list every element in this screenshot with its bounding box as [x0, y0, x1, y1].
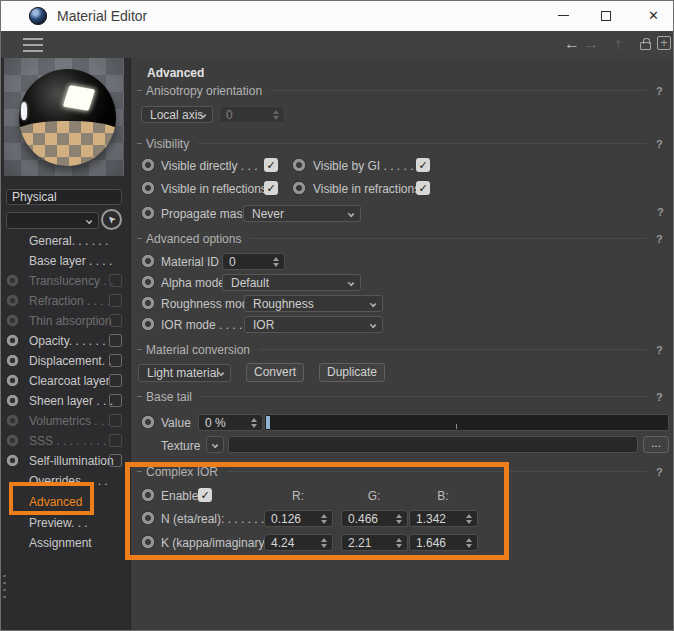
- group-collapse-tick[interactable]: [137, 238, 142, 239]
- spinner-icon[interactable]: [465, 538, 473, 548]
- channel-radio[interactable]: [6, 354, 19, 367]
- spinner-icon[interactable]: [272, 257, 280, 267]
- channel-checkbox[interactable]: [109, 434, 122, 447]
- channel-radio[interactable]: [6, 334, 19, 347]
- channel-clearcoat[interactable]: Clearcoat layer: [1, 374, 131, 389]
- material-type-field[interactable]: Physical: [6, 189, 122, 205]
- visible-in-reflections-radio[interactable]: [141, 181, 155, 195]
- k-kappa-g-field[interactable]: 2.21: [341, 534, 408, 551]
- help-icon[interactable]: ?: [656, 391, 665, 403]
- n-eta-b-field[interactable]: 1.342: [409, 510, 478, 527]
- help-icon[interactable]: ?: [656, 138, 665, 150]
- channel-radio[interactable]: [6, 394, 19, 407]
- texture-browse-button[interactable]: ...: [643, 436, 669, 453]
- lock-icon[interactable]: [640, 42, 651, 50]
- k-kappa-b-field[interactable]: 1.646: [409, 534, 478, 551]
- channel-checkbox[interactable]: [109, 374, 122, 387]
- channel-self-illumination[interactable]: Self-illumination: [1, 454, 131, 469]
- n-eta-g-field[interactable]: 0.466: [341, 510, 408, 527]
- group-collapse-tick[interactable]: [137, 349, 142, 350]
- k-kappa-r-field[interactable]: 4.24: [264, 534, 333, 551]
- convert-button[interactable]: Convert: [246, 363, 304, 382]
- visible-in-refractions-checkbox[interactable]: ✓: [416, 181, 430, 195]
- maximize-button[interactable]: [586, 1, 626, 30]
- channel-radio[interactable]: [6, 374, 19, 387]
- channel-radio[interactable]: [6, 434, 19, 447]
- spinner-icon[interactable]: [395, 538, 403, 548]
- channel-refraction[interactable]: Refraction . . . .: [1, 294, 131, 309]
- anisotropy-mode-dropdown[interactable]: Local axis: [141, 106, 213, 123]
- texture-options-button[interactable]: [206, 436, 224, 453]
- channel-translucency[interactable]: Translucency . .: [1, 274, 131, 289]
- duplicate-button[interactable]: Duplicate: [319, 363, 385, 382]
- panel-resize-grip[interactable]: [3, 575, 6, 601]
- channel-sss[interactable]: SSS . . . . . . . .: [1, 434, 131, 449]
- alpha-mode-radio[interactable]: [141, 275, 155, 289]
- alpha-mode-dropdown[interactable]: Default: [222, 274, 361, 291]
- group-collapse-tick[interactable]: [137, 471, 142, 472]
- ior-mode-radio[interactable]: [141, 317, 155, 331]
- complex-ior-enable-checkbox[interactable]: ✓: [198, 488, 212, 502]
- group-collapse-tick[interactable]: [137, 396, 142, 397]
- spinner-icon[interactable]: [465, 514, 473, 524]
- spinner-icon[interactable]: [320, 538, 328, 548]
- channel-checkbox[interactable]: [109, 314, 122, 327]
- propagate-masks-dropdown[interactable]: Never: [243, 205, 361, 222]
- visible-in-refractions-radio[interactable]: [292, 181, 306, 195]
- k-kappa-radio[interactable]: [141, 535, 155, 549]
- channel-radio[interactable]: [6, 454, 19, 467]
- conversion-target-dropdown[interactable]: Light material: [138, 364, 231, 382]
- channel-advanced[interactable]: Advanced: [1, 495, 131, 510]
- channel-checkbox[interactable]: [109, 334, 122, 347]
- channel-radio[interactable]: [6, 314, 19, 327]
- channel-assignment[interactable]: Assignment: [1, 536, 131, 551]
- pick-material-button[interactable]: ➤: [101, 209, 122, 230]
- channel-radio[interactable]: [6, 414, 19, 427]
- visible-by-gi-radio[interactable]: [292, 158, 306, 172]
- material-id-field[interactable]: 0: [222, 253, 285, 270]
- slider-handle[interactable]: [266, 416, 270, 429]
- add-icon[interactable]: +: [657, 36, 671, 50]
- back-icon[interactable]: ←: [562, 34, 582, 54]
- help-icon[interactable]: ?: [657, 206, 664, 218]
- base-tail-value-slider[interactable]: [264, 414, 669, 431]
- texture-field[interactable]: [228, 436, 638, 453]
- spinner-icon[interactable]: [250, 418, 258, 428]
- channel-displacement[interactable]: Displacement. .: [1, 354, 131, 369]
- n-eta-radio[interactable]: [141, 511, 155, 525]
- forward-icon[interactable]: →: [581, 34, 601, 54]
- channel-sheen[interactable]: Sheen layer . . .: [1, 394, 131, 409]
- channel-radio[interactable]: [6, 274, 19, 287]
- minimize-button[interactable]: [543, 1, 583, 30]
- channel-base-layer[interactable]: Base layer . . . .: [1, 254, 131, 269]
- channel-checkbox[interactable]: [109, 294, 122, 307]
- channel-opacity[interactable]: Opacity. . . . . .: [1, 334, 131, 349]
- roughness-mode-dropdown[interactable]: Roughness: [244, 295, 383, 312]
- channel-checkbox[interactable]: [109, 354, 122, 367]
- menu-hamburger-icon[interactable]: [23, 38, 43, 40]
- up-icon[interactable]: ↑: [608, 34, 628, 54]
- material-preview[interactable]: [4, 58, 124, 176]
- complex-ior-enable-radio[interactable]: [141, 488, 155, 502]
- channel-volumetrics[interactable]: Volumetrics . . .: [1, 414, 131, 429]
- spinner-icon[interactable]: [320, 514, 328, 524]
- help-icon[interactable]: ?: [656, 85, 665, 97]
- visible-by-gi-checkbox[interactable]: ✓: [416, 158, 430, 172]
- channel-checkbox[interactable]: [109, 454, 122, 467]
- visible-directly-checkbox[interactable]: ✓: [264, 158, 278, 172]
- close-button[interactable]: ✕: [633, 1, 674, 30]
- channel-checkbox[interactable]: [109, 394, 122, 407]
- base-tail-value-field[interactable]: 0 %: [198, 414, 263, 431]
- group-collapse-tick[interactable]: [137, 90, 142, 91]
- n-eta-r-field[interactable]: 0.126: [264, 510, 333, 527]
- ior-mode-dropdown[interactable]: IOR: [244, 316, 383, 333]
- channel-checkbox[interactable]: [109, 414, 122, 427]
- channel-checkbox[interactable]: [109, 274, 122, 287]
- channel-radio[interactable]: [6, 294, 19, 307]
- roughness-mode-radio[interactable]: [141, 296, 155, 310]
- propagate-masks-radio[interactable]: [141, 206, 155, 220]
- group-collapse-tick[interactable]: [137, 143, 142, 144]
- channel-thin-absorption[interactable]: Thin absorption: [1, 314, 131, 329]
- material-id-radio[interactable]: [141, 254, 155, 268]
- visible-directly-radio[interactable]: [141, 158, 155, 172]
